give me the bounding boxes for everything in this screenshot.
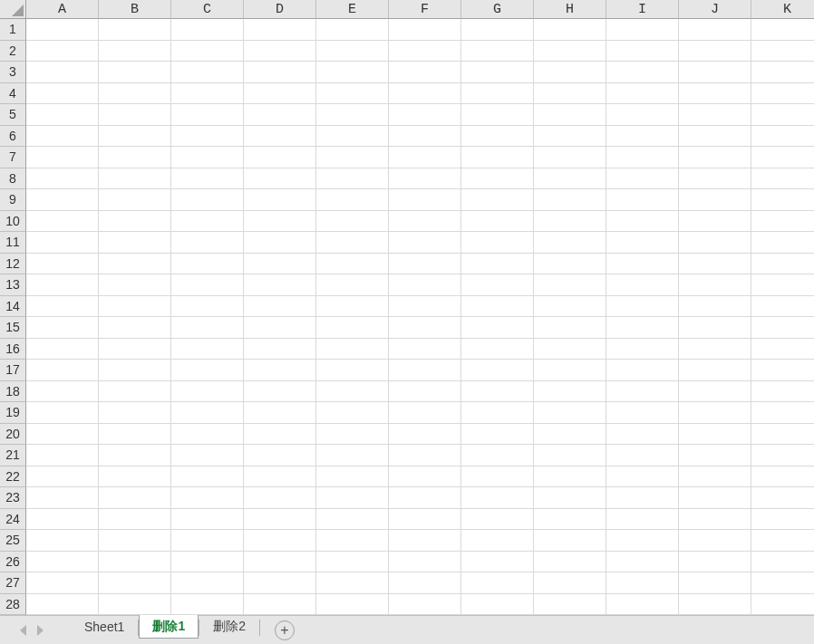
cell[interactable]	[244, 594, 316, 616]
cell[interactable]	[751, 509, 814, 531]
cell[interactable]	[679, 317, 751, 339]
cell[interactable]	[679, 402, 751, 424]
cell[interactable]	[171, 41, 244, 62]
cell[interactable]	[751, 83, 814, 105]
cell[interactable]	[244, 339, 316, 360]
cell[interactable]	[244, 552, 316, 573]
column-header[interactable]: C	[171, 0, 244, 19]
cell[interactable]	[534, 594, 606, 616]
cell[interactable]	[171, 530, 244, 552]
cell[interactable]	[244, 381, 316, 403]
cell[interactable]	[244, 189, 316, 211]
row-header[interactable]: 14	[0, 296, 26, 318]
row-header[interactable]: 8	[0, 168, 26, 190]
sheet-tab[interactable]: Sheet1	[71, 616, 138, 639]
cell[interactable]	[534, 572, 606, 594]
cell[interactable]	[679, 530, 751, 552]
cell[interactable]	[606, 41, 679, 62]
cell[interactable]	[244, 254, 316, 275]
add-sheet-button[interactable]: +	[275, 620, 295, 640]
cell[interactable]	[534, 189, 606, 211]
cell[interactable]	[606, 83, 679, 105]
cell[interactable]	[461, 126, 534, 148]
cell[interactable]	[751, 104, 814, 126]
cell[interactable]	[26, 189, 99, 211]
cell[interactable]	[26, 572, 99, 594]
cell[interactable]	[244, 466, 316, 488]
row-header[interactable]: 12	[0, 254, 26, 275]
column-header[interactable]: E	[316, 0, 389, 19]
cell[interactable]	[244, 147, 316, 168]
cell[interactable]	[26, 317, 99, 339]
cell[interactable]	[316, 381, 389, 403]
cell[interactable]	[606, 552, 679, 573]
cell[interactable]	[751, 126, 814, 148]
row-header[interactable]: 20	[0, 424, 26, 446]
cell[interactable]	[461, 211, 534, 233]
cell[interactable]	[534, 317, 606, 339]
cell[interactable]	[171, 381, 244, 403]
cell[interactable]	[99, 552, 171, 573]
cell[interactable]	[244, 126, 316, 148]
cell[interactable]	[461, 487, 534, 509]
cell[interactable]	[461, 530, 534, 552]
cell[interactable]	[606, 360, 679, 381]
cell[interactable]	[606, 168, 679, 190]
cell[interactable]	[751, 402, 814, 424]
cell[interactable]	[679, 424, 751, 446]
cell[interactable]	[99, 168, 171, 190]
cell[interactable]	[751, 381, 814, 403]
cell[interactable]	[99, 147, 171, 168]
cell[interactable]	[534, 83, 606, 105]
cell[interactable]	[606, 274, 679, 296]
cell[interactable]	[461, 41, 534, 62]
cell[interactable]	[316, 402, 389, 424]
cell[interactable]	[751, 62, 814, 83]
cell[interactable]	[461, 509, 534, 531]
column-header[interactable]: K	[751, 0, 814, 19]
cell[interactable]	[389, 83, 461, 105]
cell[interactable]	[171, 126, 244, 148]
cell[interactable]	[316, 41, 389, 62]
cell[interactable]	[26, 552, 99, 573]
cell[interactable]	[461, 317, 534, 339]
cell[interactable]	[751, 360, 814, 381]
cell[interactable]	[606, 147, 679, 168]
cell[interactable]	[606, 381, 679, 403]
cell[interactable]	[99, 487, 171, 509]
cell[interactable]	[679, 189, 751, 211]
cell[interactable]	[26, 147, 99, 168]
cell[interactable]	[389, 254, 461, 275]
row-header[interactable]: 17	[0, 360, 26, 381]
cell[interactable]	[679, 339, 751, 360]
cell[interactable]	[99, 19, 171, 41]
cell[interactable]	[26, 126, 99, 148]
row-header[interactable]: 22	[0, 466, 26, 488]
cell[interactable]	[606, 509, 679, 531]
row-header[interactable]: 5	[0, 104, 26, 126]
cell[interactable]	[99, 104, 171, 126]
cell[interactable]	[171, 19, 244, 41]
cell[interactable]	[679, 83, 751, 105]
cell[interactable]	[534, 530, 606, 552]
cell[interactable]	[751, 41, 814, 62]
row-header[interactable]: 16	[0, 339, 26, 360]
cell[interactable]	[389, 594, 461, 616]
cell[interactable]	[751, 339, 814, 360]
row-header[interactable]: 2	[0, 41, 26, 62]
cell[interactable]	[606, 572, 679, 594]
cell[interactable]	[171, 104, 244, 126]
cell[interactable]	[534, 19, 606, 41]
cell[interactable]	[26, 339, 99, 360]
cell[interactable]	[534, 211, 606, 233]
cell[interactable]	[679, 62, 751, 83]
cell[interactable]	[316, 147, 389, 168]
cell[interactable]	[751, 254, 814, 275]
cell[interactable]	[751, 19, 814, 41]
cell[interactable]	[389, 168, 461, 190]
cell[interactable]	[389, 189, 461, 211]
cell[interactable]	[171, 360, 244, 381]
cell[interactable]	[26, 445, 99, 466]
cell[interactable]	[316, 339, 389, 360]
row-header[interactable]: 13	[0, 274, 26, 296]
